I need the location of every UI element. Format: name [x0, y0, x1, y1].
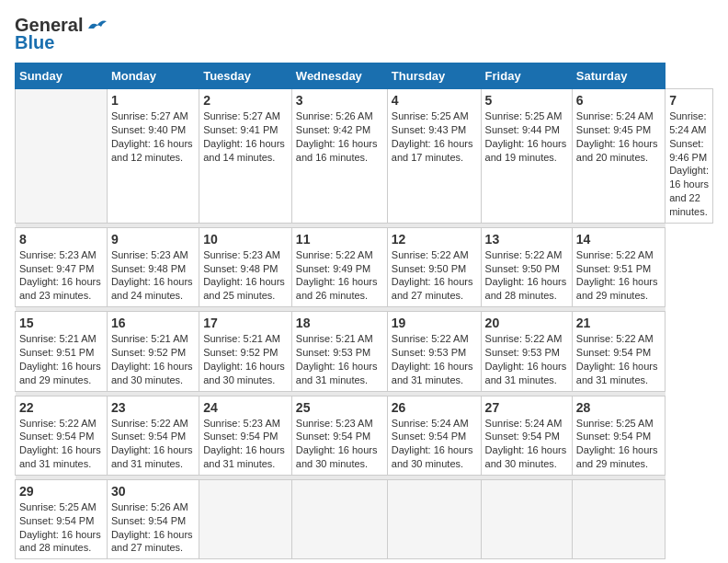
day-info: Sunrise: 5:21 AM Sunset: 9:52 PM Dayligh…: [111, 332, 195, 386]
weekday-header: Friday: [481, 63, 572, 89]
calendar-day-cell: 23 Sunrise: 5:22 AM Sunset: 9:54 PM Dayl…: [107, 396, 199, 475]
day-info: Sunrise: 5:22 AM Sunset: 9:54 PM Dayligh…: [576, 332, 661, 386]
day-number: 30: [111, 484, 195, 499]
calendar-day-cell: 22 Sunrise: 5:22 AM Sunset: 9:54 PM Dayl…: [16, 396, 108, 475]
calendar-day-cell: 25 Sunrise: 5:23 AM Sunset: 9:54 PM Dayl…: [291, 396, 387, 475]
calendar-day-cell: 24 Sunrise: 5:23 AM Sunset: 9:54 PM Dayl…: [199, 396, 292, 475]
calendar-day-cell: [387, 479, 481, 558]
day-number: 15: [19, 316, 103, 330]
day-info: Sunrise: 5:22 AM Sunset: 9:53 PM Dayligh…: [485, 332, 568, 386]
calendar-day-cell: 5 Sunrise: 5:25 AM Sunset: 9:44 PM Dayli…: [481, 89, 572, 224]
logo-bird-icon: [85, 16, 108, 36]
calendar-day-cell: 29 Sunrise: 5:25 AM Sunset: 9:54 PM Dayl…: [16, 479, 108, 558]
day-number: 13: [485, 232, 568, 247]
calendar-day-cell: 1 Sunrise: 5:27 AM Sunset: 9:40 PM Dayli…: [107, 89, 199, 224]
day-info: Sunrise: 5:23 AM Sunset: 9:54 PM Dayligh…: [296, 417, 383, 471]
weekday-header: Monday: [107, 63, 199, 89]
day-info: Sunrise: 5:25 AM Sunset: 9:54 PM Dayligh…: [576, 417, 661, 471]
weekday-header: Thursday: [387, 63, 481, 89]
weekday-header-row: SundayMondayTuesdayWednesdayThursdayFrid…: [16, 63, 713, 89]
day-number: 26: [392, 400, 477, 415]
header: General Blue: [15, 15, 713, 53]
calendar-day-cell: 13 Sunrise: 5:22 AM Sunset: 9:50 PM Dayl…: [481, 227, 572, 306]
calendar-day-cell: 11 Sunrise: 5:22 AM Sunset: 9:49 PM Dayl…: [291, 227, 387, 306]
day-number: 18: [296, 316, 383, 330]
day-info: Sunrise: 5:23 AM Sunset: 9:48 PM Dayligh…: [203, 248, 288, 303]
calendar-day-cell: 8 Sunrise: 5:23 AM Sunset: 9:47 PM Dayli…: [16, 227, 108, 306]
calendar-day-cell: 10 Sunrise: 5:23 AM Sunset: 9:48 PM Dayl…: [199, 227, 292, 306]
calendar-day-cell: 12 Sunrise: 5:22 AM Sunset: 9:50 PM Dayl…: [387, 227, 481, 306]
day-number: 27: [485, 400, 568, 415]
day-info: Sunrise: 5:25 AM Sunset: 9:54 PM Dayligh…: [19, 500, 103, 555]
day-number: 16: [111, 316, 195, 330]
calendar-week-row: 29 Sunrise: 5:25 AM Sunset: 9:54 PM Dayl…: [16, 479, 713, 558]
day-number: 8: [19, 232, 103, 247]
calendar-day-cell: 14 Sunrise: 5:22 AM Sunset: 9:51 PM Dayl…: [572, 227, 665, 306]
calendar-day-cell: [199, 479, 292, 558]
day-number: 4: [392, 93, 477, 108]
day-number: 9: [111, 232, 195, 247]
day-number: 10: [203, 232, 288, 247]
day-number: 6: [576, 93, 661, 108]
day-info: Sunrise: 5:25 AM Sunset: 9:43 PM Dayligh…: [392, 109, 477, 164]
calendar-day-cell: 27 Sunrise: 5:24 AM Sunset: 9:54 PM Dayl…: [481, 396, 572, 475]
calendar-day-cell: 26 Sunrise: 5:24 AM Sunset: 9:54 PM Dayl…: [387, 396, 481, 475]
calendar-day-cell: [291, 479, 387, 558]
calendar: SundayMondayTuesdayWednesdayThursdayFrid…: [15, 63, 713, 559]
weekday-header: Tuesday: [199, 63, 292, 89]
calendar-day-cell: 6 Sunrise: 5:24 AM Sunset: 9:45 PM Dayli…: [572, 89, 665, 224]
day-number: 21: [576, 316, 661, 330]
day-number: 19: [392, 316, 477, 330]
calendar-week-row: 8 Sunrise: 5:23 AM Sunset: 9:47 PM Dayli…: [16, 227, 713, 306]
day-number: 17: [203, 316, 288, 330]
day-info: Sunrise: 5:26 AM Sunset: 9:42 PM Dayligh…: [296, 109, 383, 164]
day-info: Sunrise: 5:24 AM Sunset: 9:46 PM Dayligh…: [669, 109, 709, 219]
calendar-day-cell: 18 Sunrise: 5:21 AM Sunset: 9:53 PM Dayl…: [291, 312, 387, 391]
calendar-week-row: 1 Sunrise: 5:27 AM Sunset: 9:40 PM Dayli…: [16, 89, 713, 224]
day-info: Sunrise: 5:23 AM Sunset: 9:54 PM Dayligh…: [203, 417, 288, 471]
day-info: Sunrise: 5:27 AM Sunset: 9:41 PM Dayligh…: [203, 109, 288, 164]
day-number: 5: [485, 93, 568, 108]
day-info: Sunrise: 5:22 AM Sunset: 9:54 PM Dayligh…: [19, 417, 103, 471]
day-number: 1: [111, 93, 195, 108]
day-info: Sunrise: 5:22 AM Sunset: 9:50 PM Dayligh…: [485, 248, 568, 303]
day-info: Sunrise: 5:22 AM Sunset: 9:50 PM Dayligh…: [392, 248, 477, 303]
day-info: Sunrise: 5:22 AM Sunset: 9:54 PM Dayligh…: [111, 417, 195, 471]
day-number: 14: [576, 232, 661, 247]
calendar-day-cell: 28 Sunrise: 5:25 AM Sunset: 9:54 PM Dayl…: [572, 396, 665, 475]
day-number: 2: [203, 93, 288, 108]
calendar-day-cell: 4 Sunrise: 5:25 AM Sunset: 9:43 PM Dayli…: [387, 89, 481, 224]
day-info: Sunrise: 5:22 AM Sunset: 9:49 PM Dayligh…: [296, 248, 383, 303]
day-info: Sunrise: 5:24 AM Sunset: 9:45 PM Dayligh…: [576, 109, 661, 164]
calendar-day-cell: 7 Sunrise: 5:24 AM Sunset: 9:46 PM Dayli…: [665, 89, 713, 224]
calendar-day-cell: 2 Sunrise: 5:27 AM Sunset: 9:41 PM Dayli…: [199, 89, 292, 224]
calendar-day-cell: 9 Sunrise: 5:23 AM Sunset: 9:48 PM Dayli…: [107, 227, 199, 306]
calendar-day-cell: 30 Sunrise: 5:26 AM Sunset: 9:54 PM Dayl…: [107, 479, 199, 558]
calendar-day-cell: 17 Sunrise: 5:21 AM Sunset: 9:52 PM Dayl…: [199, 312, 292, 391]
weekday-header: Wednesday: [291, 63, 387, 89]
calendar-week-row: 15 Sunrise: 5:21 AM Sunset: 9:51 PM Dayl…: [16, 312, 713, 391]
weekday-header: Saturday: [572, 63, 665, 89]
day-number: 20: [485, 316, 568, 330]
calendar-day-cell: 20 Sunrise: 5:22 AM Sunset: 9:53 PM Dayl…: [481, 312, 572, 391]
weekday-header: Sunday: [16, 63, 108, 89]
calendar-day-cell: [16, 89, 108, 224]
day-info: Sunrise: 5:22 AM Sunset: 9:51 PM Dayligh…: [576, 248, 661, 303]
calendar-day-cell: [481, 479, 572, 558]
day-number: 7: [669, 93, 709, 108]
day-info: Sunrise: 5:25 AM Sunset: 9:44 PM Dayligh…: [485, 109, 568, 164]
day-number: 29: [19, 484, 103, 499]
day-info: Sunrise: 5:21 AM Sunset: 9:51 PM Dayligh…: [19, 332, 103, 386]
calendar-week-row: 22 Sunrise: 5:22 AM Sunset: 9:54 PM Dayl…: [16, 396, 713, 475]
day-info: Sunrise: 5:24 AM Sunset: 9:54 PM Dayligh…: [485, 417, 568, 471]
day-number: 22: [19, 400, 103, 415]
day-info: Sunrise: 5:27 AM Sunset: 9:40 PM Dayligh…: [111, 109, 195, 164]
day-number: 24: [203, 400, 288, 415]
day-info: Sunrise: 5:23 AM Sunset: 9:47 PM Dayligh…: [19, 248, 103, 303]
logo-blue: Blue: [15, 32, 54, 53]
calendar-day-cell: 19 Sunrise: 5:22 AM Sunset: 9:53 PM Dayl…: [387, 312, 481, 391]
day-info: Sunrise: 5:24 AM Sunset: 9:54 PM Dayligh…: [392, 417, 477, 471]
day-number: 11: [296, 232, 383, 247]
logo: General Blue: [15, 15, 108, 53]
day-info: Sunrise: 5:21 AM Sunset: 9:52 PM Dayligh…: [203, 332, 288, 386]
